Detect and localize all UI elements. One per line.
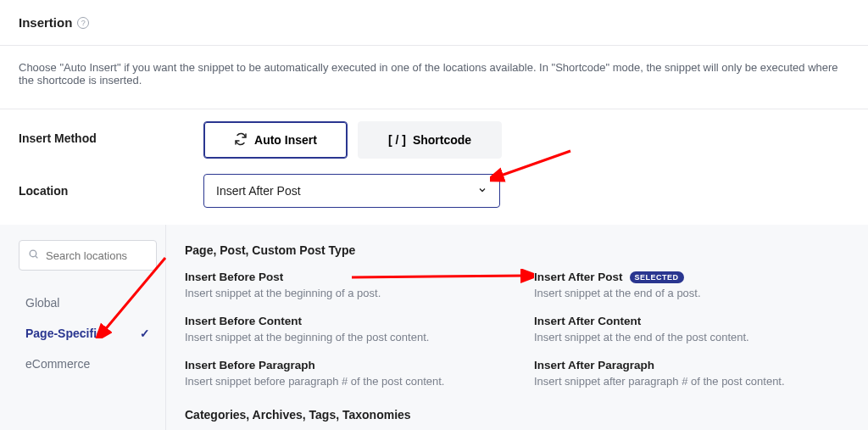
location-option-desc: Insert snippet before paragraph # of the…	[185, 375, 500, 388]
auto-insert-label: Auto Insert	[254, 133, 317, 147]
sidebar-item-label: eCommerce	[25, 357, 90, 371]
check-icon: ✓	[140, 327, 150, 340]
location-option-desc: Insert snippet at the end of the post co…	[534, 331, 849, 343]
chevron-down-icon	[477, 184, 487, 198]
search-icon	[28, 249, 39, 262]
location-option-title-text: Insert After Post	[534, 271, 623, 283]
location-option-desc: Insert snippet at the beginning of a pos…	[185, 287, 500, 299]
refresh-icon	[234, 132, 248, 148]
section-title: Insertion	[19, 15, 72, 30]
location-option-title: Insert Before Content	[185, 315, 500, 327]
shortcode-button[interactable]: [ / ] Shortcode	[358, 121, 502, 159]
panel-group-title: Page, Post, Custom Post Type	[185, 243, 849, 257]
location-dropdown-value: Insert After Post	[216, 184, 301, 198]
location-option[interactable]: Insert After Paragraph Insert snippet af…	[534, 359, 849, 388]
location-option-desc: Insert snippet at the beginning of the p…	[185, 331, 500, 343]
location-option-desc: Insert snippet after paragraph # of the …	[534, 375, 849, 388]
row-insert-method: Insert Method Auto Insert [ / ] Shortcod…	[0, 109, 868, 162]
panel-column-right: Insert After Post SELECTED Insert snippe…	[534, 271, 849, 403]
shortcode-icon: [ / ]	[388, 133, 406, 147]
panel-group-title: Categories, Archives, Tags, Taxonomies	[185, 408, 849, 422]
location-option-title: Insert After Post SELECTED	[534, 271, 849, 283]
sidebar-item-global[interactable]: Global	[19, 288, 157, 318]
location-option-desc: Insert snippet at the end of a post.	[534, 287, 849, 299]
location-option[interactable]: Insert Before Content Insert snippet at …	[185, 315, 500, 343]
sidebar-categories-list: Global Page-Specific ✓ eCommerce	[19, 288, 157, 379]
search-locations-input-wrapper[interactable]	[19, 240, 157, 271]
help-icon[interactable]: ?	[77, 17, 89, 29]
panel-column-left: Insert Before Post Insert snippet at the…	[185, 271, 500, 403]
auto-insert-button[interactable]: Auto Insert	[203, 121, 348, 159]
sidebar-item-page-specific[interactable]: Page-Specific ✓	[19, 318, 157, 349]
svg-line-2	[36, 256, 37, 258]
row-location: Location Insert After Post	[0, 162, 868, 211]
location-option[interactable]: Insert Before Paragraph Insert snippet b…	[185, 359, 500, 388]
selected-badge: SELECTED	[630, 271, 684, 283]
location-dropdown[interactable]: Insert After Post	[203, 174, 500, 208]
sidebar-item-label: Global	[25, 296, 59, 310]
svg-point-1	[30, 250, 36, 257]
shortcode-label: Shortcode	[413, 133, 471, 147]
location-label: Location	[19, 174, 203, 198]
location-option-title: Insert Before Paragraph	[185, 359, 500, 371]
panel-columns: Insert Before Post Insert snippet at the…	[185, 271, 849, 403]
location-option-title: Insert Before Post	[185, 271, 500, 283]
section-header: Insertion ?	[0, 0, 868, 46]
location-option[interactable]: Insert After Content Insert snippet at t…	[534, 315, 849, 343]
insert-method-label: Insert Method	[19, 121, 203, 145]
locations-panel-main: Page, Post, Custom Post Type Insert Befo…	[166, 225, 868, 430]
location-option-selected[interactable]: Insert After Post SELECTED Insert snippe…	[534, 271, 849, 299]
locations-sidebar: Global Page-Specific ✓ eCommerce	[0, 225, 166, 430]
sidebar-item-ecommerce[interactable]: eCommerce	[19, 349, 157, 379]
sidebar-item-label: Page-Specific	[25, 327, 103, 340]
location-option-title: Insert After Paragraph	[534, 359, 849, 371]
location-dropdown-panel: Global Page-Specific ✓ eCommerce Page, P…	[0, 225, 868, 430]
location-option-title: Insert After Content	[534, 315, 849, 327]
section-description: Choose "Auto Insert" if you want the sni…	[0, 46, 868, 109]
search-locations-input[interactable]	[46, 249, 147, 262]
location-option[interactable]: Insert Before Post Insert snippet at the…	[185, 271, 500, 299]
insert-method-group: Auto Insert [ / ] Shortcode	[203, 121, 502, 159]
